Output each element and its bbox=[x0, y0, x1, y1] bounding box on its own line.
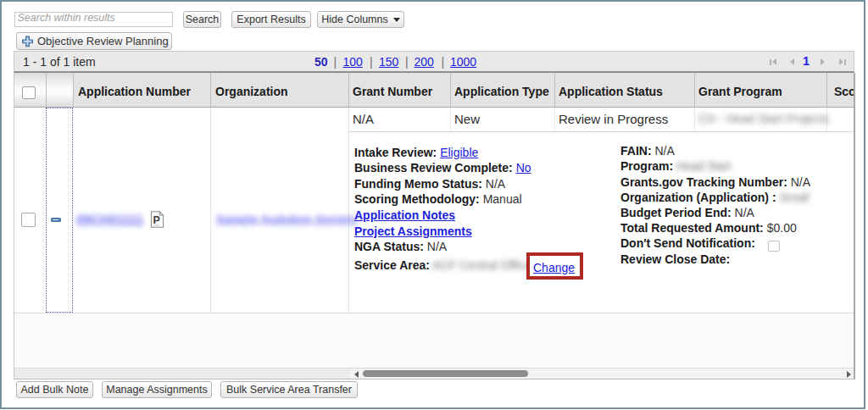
svg-text:P: P bbox=[153, 214, 160, 226]
